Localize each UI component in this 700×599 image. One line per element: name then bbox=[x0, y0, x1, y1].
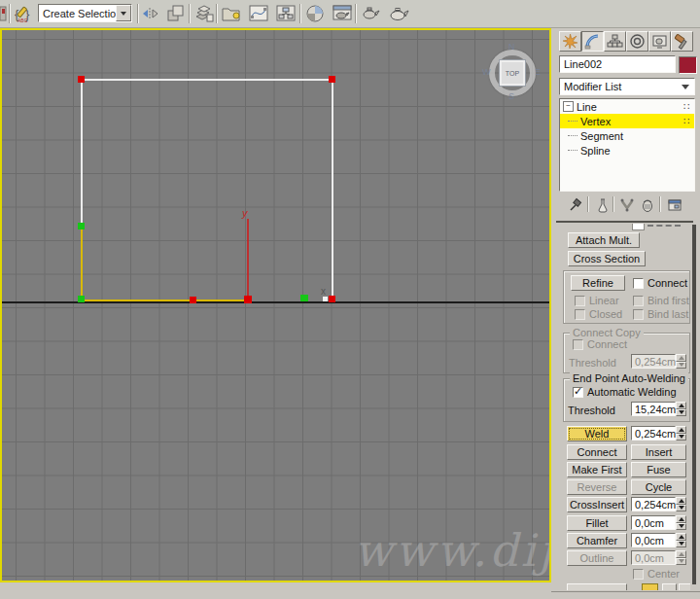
viewcube-top-label: TOP bbox=[506, 70, 519, 77]
schematic-view-icon[interactable] bbox=[275, 3, 297, 24]
make-unique-icon[interactable] bbox=[617, 195, 637, 214]
panel-scrollbar[interactable] bbox=[692, 225, 696, 584]
toolbar-separator bbox=[189, 4, 191, 23]
compass-west-label: W bbox=[482, 67, 491, 77]
vertex-handle[interactable] bbox=[78, 223, 85, 229]
stack-item-line[interactable]: − Line ∷ bbox=[560, 99, 694, 114]
vertex-handle[interactable] bbox=[329, 296, 335, 302]
vertex-handle-selected[interactable] bbox=[244, 296, 252, 303]
auto-welding-title: End Point Auto-Welding bbox=[570, 372, 688, 384]
configure-modifier-sets-icon[interactable] bbox=[665, 195, 684, 214]
vertex-handle[interactable] bbox=[300, 295, 308, 301]
weld-button[interactable]: Weld bbox=[567, 426, 627, 441]
gizmo-x-label: x bbox=[321, 286, 326, 297]
tab-utilities[interactable] bbox=[671, 31, 693, 52]
rendered-frame-window-icon[interactable] bbox=[360, 3, 381, 24]
reverse-button: Reverse bbox=[567, 479, 627, 495]
clipped-boolean-row bbox=[567, 583, 690, 590]
autoweld-threshold-spinner[interactable]: 15,24cm bbox=[631, 402, 686, 416]
material-editor-icon[interactable] bbox=[304, 3, 326, 24]
chamfer-spinner[interactable]: 0,0cm bbox=[631, 533, 686, 547]
vertex-handle[interactable] bbox=[78, 76, 85, 83]
toolbar-separator bbox=[216, 4, 218, 23]
connect-copy-threshold-spinner: 0,254cm bbox=[631, 354, 686, 369]
first-vertex-marker bbox=[323, 297, 328, 301]
bind-first-checkbox: Bind first bbox=[633, 295, 689, 306]
insert-button[interactable]: Insert bbox=[631, 444, 686, 460]
modifier-stack-list[interactable]: − Line ∷ Vertex ∷ Segment Spline bbox=[559, 98, 695, 192]
make-first-button[interactable]: Make First bbox=[567, 462, 627, 477]
combo-dropdown-arrow[interactable] bbox=[116, 5, 131, 21]
stack-item-vertex[interactable]: Vertex ∷ bbox=[560, 114, 694, 128]
viewport-top[interactable]: y x TOP N E S W www.dijitalde bbox=[0, 28, 551, 582]
weld-threshold-spinner[interactable]: 0,254cm bbox=[631, 426, 686, 440]
connect-checkbox[interactable]: Connect bbox=[633, 277, 687, 289]
cross-insert-button[interactable]: CrossInsert bbox=[567, 497, 627, 512]
toolbar-separator bbox=[299, 4, 301, 23]
vertex-handle[interactable] bbox=[190, 297, 196, 303]
cross-section-button[interactable]: Cross Section bbox=[568, 251, 646, 266]
object-name-field[interactable]: Line002 bbox=[559, 55, 676, 73]
selection-set-combo-value: Create Selection Se bbox=[39, 5, 116, 21]
toolbar-separator bbox=[355, 4, 357, 23]
fillet-button[interactable]: Fillet bbox=[567, 515, 627, 531]
scene-explorer-icon[interactable] bbox=[221, 3, 242, 24]
autoweld-threshold-label: Threshold bbox=[568, 405, 615, 416]
mirror-icon[interactable] bbox=[141, 3, 162, 24]
outline-button: Outline bbox=[567, 550, 627, 566]
panel-bottom-edge bbox=[551, 591, 700, 592]
toolbar-separator bbox=[9, 4, 11, 23]
viewcube[interactable]: TOP N E S W bbox=[485, 46, 540, 100]
modifier-list-dropdown[interactable]: Modifier List bbox=[559, 78, 695, 95]
remove-modifier-icon[interactable] bbox=[638, 195, 657, 214]
stack-item-spline[interactable]: Spline bbox=[560, 143, 694, 158]
render-setup-icon[interactable] bbox=[332, 3, 353, 24]
tab-create[interactable] bbox=[559, 31, 581, 52]
tab-hierarchy[interactable] bbox=[604, 31, 626, 52]
object-color-swatch[interactable] bbox=[679, 56, 697, 74]
closed-checkbox: Closed bbox=[575, 308, 622, 320]
vertex-handle[interactable] bbox=[78, 296, 85, 302]
gizmo-y-label: y bbox=[241, 207, 249, 219]
main-toolbar: {}ABC Create Selection Se bbox=[0, 0, 700, 28]
collapse-icon[interactable]: − bbox=[563, 101, 574, 112]
curve-editor-icon[interactable] bbox=[248, 3, 269, 24]
spline-segments-white[interactable] bbox=[82, 80, 332, 300]
tab-motion[interactable] bbox=[626, 31, 648, 52]
bind-last-checkbox: Bind last bbox=[633, 308, 688, 320]
object-name-value: Line002 bbox=[564, 58, 602, 70]
layer-manager-icon[interactable] bbox=[193, 3, 215, 24]
cross-insert-spinner[interactable]: 0,254cm bbox=[631, 497, 686, 511]
fuse-button[interactable]: Fuse bbox=[631, 462, 686, 477]
tab-display[interactable] bbox=[648, 31, 671, 52]
align-icon[interactable] bbox=[165, 3, 187, 24]
named-selection-sets-icon[interactable]: {}ABC bbox=[13, 3, 34, 24]
render-production-teapot-icon[interactable] bbox=[388, 3, 409, 24]
attach-mult-button[interactable]: Attach Mult. bbox=[568, 232, 640, 248]
fillet-spinner[interactable]: 0,0cm bbox=[631, 515, 686, 530]
viewcube-top-face[interactable]: TOP bbox=[499, 59, 526, 87]
pin-stack-icon[interactable] bbox=[566, 195, 585, 214]
tab-modify[interactable] bbox=[581, 31, 604, 52]
show-end-result-icon[interactable] bbox=[593, 195, 612, 214]
spline-segments-selected[interactable] bbox=[82, 227, 248, 300]
chamfer-button[interactable]: Chamfer bbox=[567, 533, 627, 548]
subobject-dots-icon: ∷ bbox=[683, 116, 690, 126]
vertex-handle[interactable] bbox=[329, 76, 335, 83]
toolbar-separator bbox=[612, 196, 614, 212]
connect-button[interactable]: Connect bbox=[567, 444, 627, 460]
selection-set-combo[interactable]: Create Selection Se bbox=[38, 4, 132, 22]
tree-leader bbox=[568, 135, 578, 136]
automatic-welding-checkbox[interactable]: Automatic Welding bbox=[573, 386, 677, 398]
toolbar-separator bbox=[137, 4, 139, 23]
modifier-list-label: Modifier List bbox=[564, 81, 621, 92]
subobject-dots-icon: ∷ bbox=[683, 101, 690, 112]
stack-item-segment[interactable]: Segment bbox=[560, 128, 694, 143]
spline-shape[interactable]: y x bbox=[2, 30, 549, 581]
refine-button[interactable]: Refine bbox=[571, 275, 625, 291]
clipped-toolbar-icon bbox=[0, 3, 8, 24]
chevron-down-icon bbox=[682, 85, 689, 89]
clipped-reorient-checkbox bbox=[630, 224, 688, 231]
tree-leader bbox=[568, 121, 578, 122]
cycle-button[interactable]: Cycle bbox=[631, 479, 686, 495]
